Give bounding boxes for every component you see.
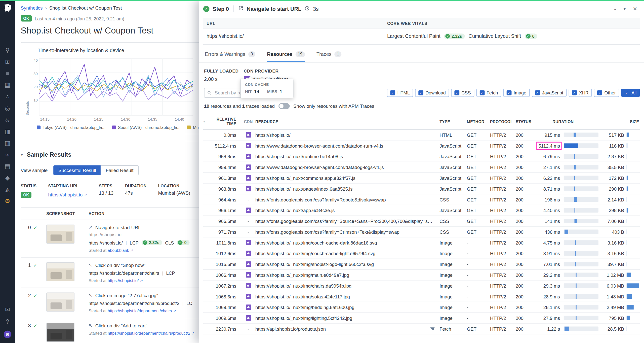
method-cell: GET	[467, 165, 490, 170]
screenshot-thumbnail[interactable]	[46, 262, 74, 281]
resource-row[interactable]: 959.4ms https://www.datadoghq-browser-ag…	[203, 162, 640, 173]
resource-url[interactable]: https://fonts.googleapis.com/css?family=…	[255, 197, 435, 202]
screenshot-thumbnail[interactable]	[46, 293, 74, 312]
tab-count-badge: 19	[295, 51, 305, 57]
starting-url-link[interactable]: https://shopist.io↗	[48, 192, 87, 197]
filter-image[interactable]: ✓ Image	[503, 89, 530, 97]
resource-url[interactable]: https://shopist.io/_nuxt/img/chairs.da99…	[255, 283, 435, 288]
filter-fetch[interactable]: ✓ Fetch	[476, 89, 501, 97]
settings-gear-icon[interactable]: ⚙	[4, 198, 11, 204]
infrastructure-icon[interactable]: ⊞	[4, 59, 11, 65]
resource-url[interactable]: https://shopist.io/_nuxt/commons.app.e32…	[255, 176, 435, 181]
dashboards-icon[interactable]: ▥	[4, 140, 11, 147]
screenshot-thumbnail[interactable]	[46, 323, 74, 342]
resource-url[interactable]: https://shopist.io/_nuxt/img/sofas.424e1…	[255, 294, 435, 299]
resource-url[interactable]: https://shopist.io/_nuxt/img/bedding.8af…	[255, 305, 435, 310]
filter-css[interactable]: ✓ CSS	[451, 89, 474, 97]
resource-row[interactable]: 1066.4ms https://shopist.io/_nuxt/img/ma…	[203, 270, 640, 281]
resource-url[interactable]: https://www.datadoghq-browser-agent.com/…	[255, 165, 435, 170]
tab-failed-result[interactable]: Failed Result	[101, 165, 138, 175]
resource-row[interactable]: 971.7ms - https://fonts.googleapis.com/c…	[203, 227, 640, 237]
search-icon[interactable]: ⚲	[4, 47, 11, 54]
screenshot-thumbnail[interactable]	[46, 225, 74, 244]
events-list-icon[interactable]: ≡	[4, 71, 11, 77]
resource-row[interactable]: 1069.4ms https://shopist.io/_nuxt/img/be…	[203, 302, 640, 313]
chat-icon[interactable]: ✉	[4, 306, 11, 313]
step-row[interactable]: 0 ✓ ↗ ↖ Navigate to start URL	[21, 220, 218, 258]
cloudfront-icon	[246, 186, 251, 191]
resource-url[interactable]: https://shopist.io/_nuxt/img/couch-cache…	[255, 251, 435, 256]
resource-row[interactable]: 964.4ms - https://fonts.googleapis.com/c…	[203, 194, 640, 205]
resource-url[interactable]: https://fonts.googleapis.com/css?family=…	[255, 229, 435, 234]
resource-row[interactable]: 961.3ms https://shopist.io/_nuxt/commons…	[203, 173, 640, 184]
started-at-link[interactable]: https://shopist.io/department/chairs/pro…	[108, 331, 190, 336]
resource-row[interactable]: 1011.8ms https://shopist.io/_nuxt/img/co…	[203, 237, 640, 248]
tab-successful-result[interactable]: Successful Result	[53, 165, 101, 175]
watchdog-icon[interactable]: ∴	[4, 94, 11, 100]
header-divider	[233, 5, 234, 12]
help-icon[interactable]: ?	[4, 319, 11, 325]
resource-url[interactable]: https://shopist.io/	[255, 132, 435, 138]
filter-download[interactable]: ✓ Download	[415, 89, 449, 97]
resource-row[interactable]: 966.1ms https://shopist.io/_nuxt/app.6c8…	[203, 205, 640, 216]
resource-url[interactable]: https://shopist.io/_nuxt/img/main.e0d49a…	[255, 272, 435, 278]
resource-url[interactable]: https://www.datadoghq-browser-agent.com/…	[255, 143, 435, 148]
resource-row[interactable]: 1012.6ms https://shopist.io/_nuxt/img/co…	[203, 248, 640, 259]
resource-row[interactable]: 963.8ms https://shopist.io/_nuxt/pages/i…	[203, 184, 640, 194]
step-row[interactable]: 3 ✓ ↗ ↖ Click on div "Add to cart"	[21, 318, 218, 343]
resource-url[interactable]: https://shopist.io/_nuxt/pages/index.6aa…	[255, 186, 435, 191]
resource-row[interactable]: 1068.6ms https://shopist.io/_nuxt/img/so…	[203, 291, 640, 302]
filter-all[interactable]: ✓ All	[621, 89, 640, 97]
step-row[interactable]: 2 ✓ ↗ ↖ Click on image "2.77cffca.jp	[21, 288, 218, 318]
network-icon[interactable]: ∞	[4, 152, 11, 158]
next-step-button[interactable]: ▾	[621, 6, 628, 12]
resource-url[interactable]: https://shopist.io/_nuxt/img/shopist-log…	[255, 262, 435, 267]
resources-table-header[interactable]: ↑RELATIVE TIME CDN RESOURCE TYPE METHOD …	[203, 113, 640, 130]
resource-url[interactable]: https://shopist.io/_nuxt/app.6c84c3e.js	[255, 208, 435, 213]
resource-url[interactable]: https://shopist.io/_nuxt/runtime.be14a08…	[255, 154, 435, 159]
ci-icon[interactable]: ◭	[4, 186, 11, 193]
started-at-link[interactable]: https://shopist.io/	[108, 279, 139, 283]
resource-row[interactable]: 966.5ms - https://fonts.googleapis.com/c…	[203, 216, 640, 227]
tab-traces[interactable]: Traces 1	[316, 51, 342, 62]
legend-item[interactable]: Tokyo (AWS) - chrome.laptop_la...	[37, 125, 105, 130]
breadcrumb-synthetics[interactable]: Synthetics	[21, 5, 43, 10]
resource-row[interactable]: 1069.6ms https://shopist.io/_nuxt/img/li…	[203, 313, 640, 324]
tab-errors-warnings[interactable]: Errors & Warnings 3	[205, 51, 255, 62]
synthetics-icon[interactable]: ◎	[4, 105, 11, 112]
step-row[interactable]: 1 ✓ ↗ ↖ Click on div "Shop now"	[21, 258, 218, 288]
apm-icon[interactable]: ♨	[4, 117, 11, 123]
resources-table: ↑RELATIVE TIME CDN RESOURCE TYPE METHOD …	[203, 113, 640, 334]
resource-row[interactable]: 0.0ms https://shopist.io/	[203, 130, 640, 141]
resource-row[interactable]: 2230.7ms - https://api.shopist.io/produc…	[203, 324, 640, 334]
cdn-cell	[241, 272, 255, 278]
y-tick: 30	[29, 72, 38, 76]
filter-html[interactable]: ✓ HTML	[387, 89, 413, 97]
integrations-icon[interactable]: ◨	[4, 128, 11, 135]
started-at-link[interactable]: https://shopist.io/department/chairs	[108, 309, 172, 313]
logs-icon[interactable]: ▤	[4, 163, 11, 170]
resource-row[interactable]: 5112.4 ms https://www.datadoghq-browser-…	[203, 141, 640, 151]
resource-row[interactable]: 958.8ms https://shopist.io/_nuxt/runtime…	[203, 151, 640, 162]
previous-step-button[interactable]: ▴	[612, 6, 618, 12]
resource-url[interactable]: https://shopist.io/_nuxt/img/couch-cache…	[255, 240, 435, 245]
resource-row[interactable]: 1015.5ms https://shopist.io/_nuxt/img/sh…	[203, 259, 640, 270]
datadog-logo-icon[interactable]	[3, 3, 12, 12]
user-globe-icon[interactable]: ⊕	[4, 331, 11, 338]
filter-javascript[interactable]: ✓ JavaScript	[532, 89, 567, 97]
tti-chart-plot[interactable]	[39, 58, 193, 116]
metrics-icon[interactable]: ▦	[4, 82, 11, 89]
resource-url[interactable]: https://shopist.io/_nuxt/img/lighting.5c…	[255, 316, 435, 321]
close-panel-button[interactable]: ×	[631, 4, 639, 13]
filter-other[interactable]: ✓ Other	[594, 89, 619, 97]
security-icon[interactable]: ◆	[4, 175, 11, 181]
filter-xhr[interactable]: ✓ XHR	[569, 89, 592, 97]
resource-url[interactable]: https://fonts.googleapis.com/css?family=…	[255, 219, 435, 224]
apm-traces-toggle[interactable]	[278, 103, 290, 109]
tab-resources[interactable]: Resources 19	[267, 51, 305, 62]
resource-url[interactable]: https://api.shopist.io/products.json	[255, 326, 428, 331]
started-at-link[interactable]: about:blank	[108, 248, 129, 253]
status-cell: 200	[516, 326, 536, 331]
legend-item[interactable]: Seoul (AWS) - chrome.laptop_la...	[112, 125, 181, 130]
resource-row[interactable]: 1067.2ms https://shopist.io/_nuxt/img/ch…	[203, 281, 640, 291]
